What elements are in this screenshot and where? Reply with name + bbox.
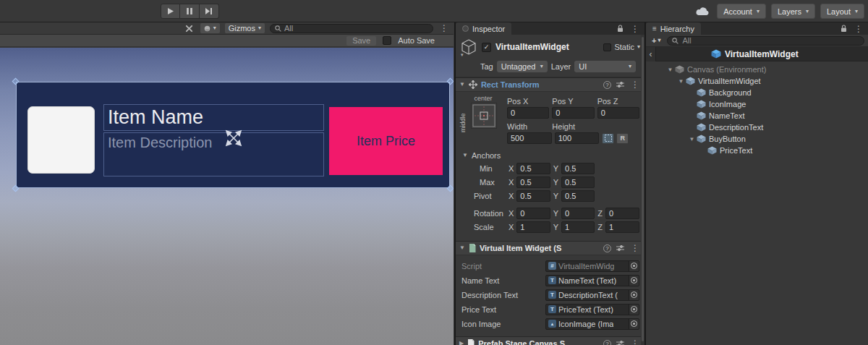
blueprint-mode-button[interactable] (602, 133, 614, 144)
chevron-down-icon[interactable]: ▾ (637, 44, 640, 50)
help-icon[interactable]: ? (603, 340, 611, 345)
layer-dropdown[interactable]: UI ▾ (574, 61, 636, 72)
width-field[interactable]: 500 (507, 132, 552, 144)
name-text-object-field[interactable]: TNameText (Text) (545, 275, 639, 286)
pivot-gizmo[interactable] (224, 129, 243, 148)
rect-handle-bottom-right[interactable] (447, 185, 454, 192)
scene-search-input[interactable]: All (270, 24, 433, 33)
lock-icon[interactable] (617, 25, 624, 33)
tag-dropdown[interactable]: Untagged ▾ (497, 61, 548, 72)
back-button[interactable]: ‹ (646, 47, 656, 61)
auto-save-checkbox[interactable] (383, 36, 391, 45)
foldout-open-icon[interactable]: ▼ (459, 245, 465, 251)
presets-icon[interactable] (616, 244, 624, 252)
foldout-open-icon[interactable]: ▼ (676, 78, 686, 85)
anchor-max-y-field[interactable]: 0.5 (561, 176, 595, 188)
rect-transform-header[interactable]: ▼ Rect Transform ? ⋮ (456, 77, 644, 92)
buy-button-object[interactable]: Item Price (329, 107, 443, 175)
description-text-bounds[interactable]: Item Description (103, 132, 324, 176)
hierarchy-item-iconimage[interactable]: IconImage (646, 98, 868, 110)
object-picker-icon[interactable] (629, 304, 639, 315)
menu-icon[interactable]: ⋮ (629, 25, 641, 33)
item-name-text[interactable]: Item Name (104, 105, 323, 129)
object-picker-icon[interactable] (629, 276, 639, 286)
save-button[interactable]: Save (346, 36, 376, 46)
cloud-services-button[interactable] (692, 4, 712, 19)
create-object-button[interactable]: + ▾ (650, 35, 663, 46)
height-field[interactable]: 100 (555, 132, 600, 144)
item-description-text[interactable]: Item Description (104, 133, 323, 151)
menu-icon[interactable]: ⋮ (629, 244, 641, 252)
rect-handle-top-left[interactable] (12, 78, 20, 85)
shading-mode-dropdown[interactable]: ▾ (200, 23, 220, 33)
scale-y-field[interactable]: 1 (561, 221, 595, 233)
virtual-item-widget-header[interactable]: ▼ Virtual Item Widget (S ? ⋮ (456, 241, 644, 255)
menu-icon[interactable]: ⋮ (629, 80, 641, 89)
menu-icon[interactable]: ⋮ (629, 339, 641, 345)
description-text-object-field[interactable]: TDescriptionText ( (545, 289, 639, 301)
presets-icon[interactable] (616, 81, 624, 88)
help-icon[interactable]: ? (603, 244, 611, 252)
hierarchy-item-canvas[interactable]: ▼ Canvas (Environment) (646, 64, 868, 75)
anchor-max-x-field[interactable]: 0.5 (516, 176, 550, 188)
object-picker-icon[interactable] (629, 261, 639, 271)
foldout-open-icon[interactable]: ▼ (687, 136, 697, 142)
tab-hierarchy[interactable]: ≡ Hierarchy (646, 22, 701, 35)
layout-dropdown[interactable]: Layout ▾ (820, 4, 864, 19)
menu-icon[interactable]: ⋮ (853, 25, 864, 33)
step-button[interactable] (200, 4, 219, 19)
active-checkbox[interactable]: ✓ (482, 43, 491, 52)
object-picker-icon[interactable] (629, 290, 639, 300)
foldout-closed-icon[interactable]: ▶ (459, 341, 464, 345)
icon-image-object-field[interactable]: ▲IconImage (Ima (545, 318, 639, 330)
help-icon[interactable]: ? (603, 81, 611, 89)
hierarchy-search-input[interactable]: All (667, 36, 864, 46)
menu-icon[interactable]: ⋮ (438, 24, 450, 33)
hierarchy-item-virtualitemwidget[interactable]: ▼ VirtualItemWidget (646, 75, 868, 87)
tools-icon[interactable] (183, 22, 195, 36)
anchor-preset-button[interactable] (471, 103, 497, 129)
script-object-field[interactable]: #VirtualItemWidg (545, 260, 639, 272)
icon-image-placeholder[interactable] (27, 106, 95, 174)
scale-z-field[interactable]: 1 (605, 221, 639, 233)
hierarchy-item-nametext[interactable]: NameText (646, 110, 868, 122)
pause-button[interactable] (180, 4, 200, 19)
pos-z-field[interactable]: 0 (597, 107, 639, 119)
gizmos-dropdown[interactable]: Gizmos ▾ (225, 23, 265, 33)
anchor-min-y-field[interactable]: 0.5 (561, 163, 595, 174)
scale-x-field[interactable]: 1 (516, 221, 550, 233)
hierarchy-item-descriptiontext[interactable]: DescriptionText (646, 122, 868, 133)
hierarchy-item-pricetext[interactable]: PriceText (646, 145, 868, 156)
object-picker-icon[interactable] (629, 319, 639, 329)
rect-handle-top-right[interactable] (447, 78, 454, 85)
rotation-z-field[interactable]: 0 (605, 208, 639, 219)
gameobject-cube-icon[interactable]: ▾ (460, 38, 477, 56)
foldout-open-icon[interactable]: ▼ (665, 67, 675, 73)
pos-x-field[interactable]: 0 (507, 107, 549, 119)
layers-dropdown[interactable]: Layers ▾ (771, 4, 815, 19)
price-text-object-field[interactable]: TPriceText (Text) (545, 304, 639, 315)
presets-icon[interactable] (616, 340, 624, 345)
raw-edit-button[interactable]: R (616, 133, 629, 144)
prefab-root-name[interactable]: VirtualItemWidget (725, 49, 799, 59)
foldout-open-icon[interactable]: ▼ (459, 82, 465, 88)
name-text-bounds[interactable]: Item Name (103, 104, 324, 131)
virtual-item-widget-rect[interactable]: Item Name Item Description Item Price (16, 82, 450, 188)
account-dropdown[interactable]: Account ▾ (717, 4, 766, 19)
static-checkbox[interactable] (603, 43, 611, 51)
pos-y-field[interactable]: 0 (552, 107, 594, 119)
hierarchy-item-background[interactable]: Background (646, 87, 868, 98)
lock-icon[interactable] (841, 25, 847, 33)
prefab-stage-canvas-header[interactable]: ▶ Prefab Stage Canvas S ? ⋮ (456, 336, 644, 345)
rotation-x-field[interactable]: 0 (516, 208, 550, 219)
tab-inspector[interactable]: Inspector (456, 22, 511, 35)
pivot-y-field[interactable]: 0.5 (561, 190, 595, 202)
anchor-min-x-field[interactable]: 0.5 (516, 163, 550, 174)
anchors-foldout-icon[interactable]: ▼ (462, 153, 468, 158)
rect-handle-bottom-left[interactable] (12, 185, 20, 192)
pivot-x-field[interactable]: 0.5 (516, 190, 550, 202)
scene-viewport[interactable]: Item Name Item Description Item Price (0, 48, 454, 345)
play-button[interactable] (161, 4, 180, 19)
rotation-y-field[interactable]: 0 (561, 208, 595, 219)
hierarchy-item-buybutton[interactable]: ▼ BuyButton (646, 133, 868, 145)
